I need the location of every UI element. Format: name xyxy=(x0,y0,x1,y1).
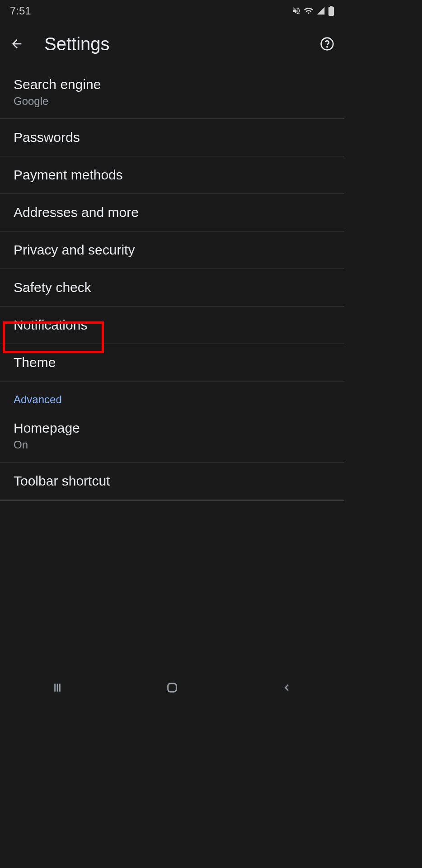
status-icons xyxy=(292,6,334,16)
setting-title: Privacy and security xyxy=(14,242,331,258)
setting-title: Payment methods xyxy=(14,167,331,183)
section-header-advanced: Advanced xyxy=(0,382,344,410)
wifi-icon xyxy=(304,6,314,16)
setting-privacy[interactable]: Privacy and security xyxy=(0,231,344,269)
help-button[interactable] xyxy=(318,35,336,53)
svg-point-3 xyxy=(327,47,327,47)
setting-title: Passwords xyxy=(14,130,331,145)
setting-homepage[interactable]: Homepage On xyxy=(0,410,344,462)
setting-safety-check[interactable]: Safety check xyxy=(0,269,344,307)
setting-title: Safety check xyxy=(14,280,331,295)
status-bar: 7:51 xyxy=(0,0,344,22)
setting-title: Theme xyxy=(14,355,331,370)
setting-theme[interactable]: Theme xyxy=(0,344,344,382)
status-time: 7:51 xyxy=(10,5,31,17)
system-nav-bar xyxy=(0,667,344,708)
mute-icon xyxy=(292,6,301,15)
svg-rect-7 xyxy=(168,684,177,692)
setting-search-engine[interactable]: Search engine Google xyxy=(0,66,344,119)
setting-subtitle: On xyxy=(14,439,331,451)
svg-rect-0 xyxy=(328,7,334,16)
setting-toolbar-shortcut[interactable]: Toolbar shortcut xyxy=(0,462,344,501)
page-title: Settings xyxy=(44,34,300,54)
setting-title: Toolbar shortcut xyxy=(14,473,331,489)
signal-icon xyxy=(316,6,325,15)
nav-back-button[interactable] xyxy=(264,676,309,699)
setting-title: Notifications xyxy=(14,317,331,333)
app-header: Settings xyxy=(0,22,344,66)
home-button[interactable] xyxy=(150,676,195,699)
recents-button[interactable] xyxy=(35,676,80,699)
setting-subtitle: Google xyxy=(14,95,331,108)
setting-addresses[interactable]: Addresses and more xyxy=(0,194,344,231)
battery-icon xyxy=(328,6,334,16)
setting-title: Homepage xyxy=(14,420,331,436)
setting-notifications[interactable]: Notifications xyxy=(0,307,344,344)
setting-passwords[interactable]: Passwords xyxy=(0,119,344,156)
settings-list: Search engine Google Passwords Payment m… xyxy=(0,66,344,501)
setting-title: Addresses and more xyxy=(14,205,331,220)
setting-payment-methods[interactable]: Payment methods xyxy=(0,156,344,194)
svg-rect-1 xyxy=(330,6,333,7)
setting-title: Search engine xyxy=(14,77,331,92)
back-button[interactable] xyxy=(8,35,26,53)
